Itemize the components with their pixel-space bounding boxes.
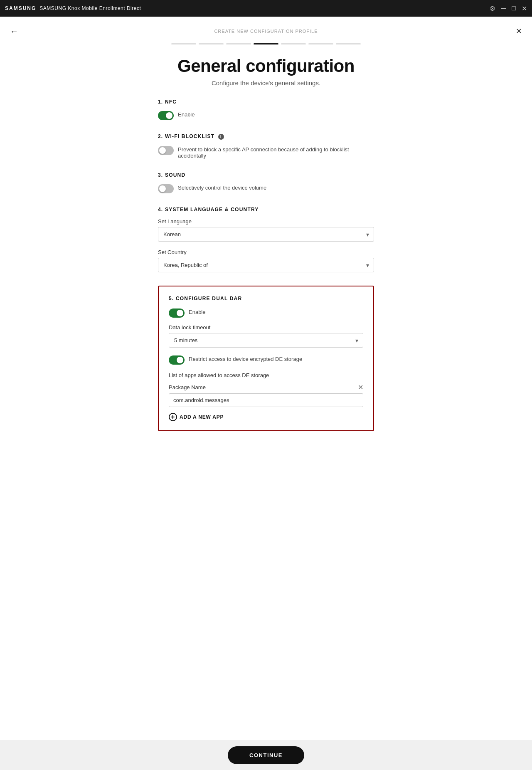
minimize-icon[interactable]: ─ (501, 5, 506, 12)
dar-enable-toggle[interactable] (169, 308, 185, 318)
dar-enable-toggle-row: Enable (169, 308, 363, 318)
footer: CONTINUE (0, 740, 532, 770)
language-label: Set Language (158, 218, 374, 225)
sound-toggle-label: Selectively control the device volume (178, 184, 266, 191)
country-form-group: Set Country Korea, Republic of ▾ (158, 249, 374, 272)
page-title: General configuration (158, 56, 374, 76)
nfc-toggle[interactable] (158, 111, 174, 120)
country-select-wrapper: Korea, Republic of ▾ (158, 258, 374, 272)
app-entry-1-header: Package Name ✕ (169, 383, 363, 391)
wifi-toggle-label: Prevent to block a specific AP connectio… (178, 146, 374, 159)
country-label: Set Country (158, 249, 374, 255)
dar-enable-label: Enable (189, 308, 205, 315)
section-language-title: 4. SYSTEM LANGUAGE & COUNTRY (158, 207, 374, 212)
package-name-label: Package Name (169, 384, 206, 390)
titlebar-close-icon[interactable]: ✕ (522, 5, 527, 12)
restrict-toggle-row: Restrict access to device encrypted DE s… (169, 355, 363, 365)
restrict-toggle[interactable] (169, 355, 185, 365)
data-lock-select[interactable]: 5 minutes (169, 333, 363, 348)
wifi-toggle[interactable] (158, 146, 174, 155)
main-area: ← CREATE NEW CONFIGURATION PROFILE ✕ Gen… (0, 17, 532, 770)
nfc-toggle-row: Enable (158, 111, 374, 120)
nfc-toggle-label: Enable (178, 111, 195, 118)
wifi-info-icon[interactable]: i (218, 134, 224, 140)
sound-toggle[interactable] (158, 184, 174, 193)
close-button[interactable]: ✕ (516, 27, 522, 36)
settings-icon[interactable]: ⚙ (490, 5, 495, 12)
samsung-logo: SAMSUNG (5, 5, 36, 11)
add-icon: + (169, 413, 177, 421)
back-button[interactable]: ← (10, 27, 18, 36)
section-system-language: 4. SYSTEM LANGUAGE & COUNTRY Set Languag… (158, 207, 374, 272)
data-lock-label: Data lock timeout (169, 324, 363, 331)
app-entry-1: Package Name ✕ (169, 383, 363, 407)
section-sound: 3. SOUND Selectively control the device … (158, 172, 374, 193)
language-form-group: Set Language Korean ▾ (158, 218, 374, 242)
section-wifi-blocklist: 2. WI-FI BLOCKLIST i Prevent to block a … (158, 133, 374, 159)
remove-app-button[interactable]: ✕ (358, 383, 363, 391)
language-select[interactable]: Korean (158, 227, 374, 242)
language-select-wrapper: Korean ▾ (158, 227, 374, 242)
data-lock-select-wrapper: 5 minutes ▾ (169, 333, 363, 348)
app-name: SAMSUNG Knox Mobile Enrollment Direct (39, 5, 141, 11)
add-new-app-button[interactable]: + ADD A NEW APP (169, 413, 224, 421)
title-bar: SAMSUNG SAMSUNG Knox Mobile Enrollment D… (0, 0, 532, 17)
sound-toggle-row: Selectively control the device volume (158, 184, 374, 193)
app-list-label: List of apps allowed to access DE storag… (169, 372, 363, 378)
data-lock-form-group: Data lock timeout 5 minutes ▾ (169, 324, 363, 348)
package-name-input[interactable] (169, 393, 363, 407)
app-title-area: SAMSUNG SAMSUNG Knox Mobile Enrollment D… (5, 5, 141, 11)
section-dar-title: 5. CONFIGURE DUAL DAR (169, 296, 363, 301)
wifi-toggle-row: Prevent to block a specific AP connectio… (158, 146, 374, 159)
restrict-toggle-label: Restrict access to device encrypted DE s… (189, 355, 302, 362)
top-bar: ← CREATE NEW CONFIGURATION PROFILE ✕ (0, 17, 532, 38)
dialog-title: CREATE NEW CONFIGURATION PROFILE (214, 29, 318, 34)
section-sound-title: 3. SOUND (158, 172, 374, 178)
section-wifi-title: 2. WI-FI BLOCKLIST i (158, 133, 374, 140)
content-area: General configuration Configure the devi… (0, 44, 532, 740)
section-nfc-title: 1. NFC (158, 99, 374, 105)
progress-bar (0, 38, 532, 44)
add-app-label: ADD A NEW APP (180, 414, 224, 420)
page-subtitle: Configure the device's general settings. (158, 79, 374, 86)
section-nfc: 1. NFC Enable (158, 99, 374, 120)
country-select[interactable]: Korea, Republic of (158, 258, 374, 272)
title-bar-controls: ⚙ ─ □ ✕ (490, 5, 527, 12)
maximize-icon[interactable]: □ (512, 5, 516, 12)
section-dual-dar: 5. CONFIGURE DUAL DAR Enable Data lock t… (158, 286, 374, 431)
continue-button[interactable]: CONTINUE (228, 746, 304, 764)
